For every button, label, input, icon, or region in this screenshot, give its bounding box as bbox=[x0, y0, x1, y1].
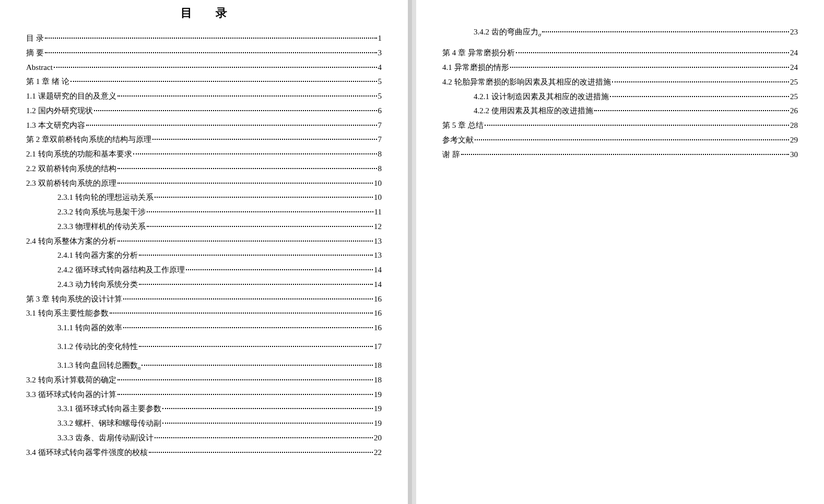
toc-page-number: 18 bbox=[374, 373, 382, 388]
toc-dots bbox=[162, 423, 373, 424]
toc-label: 4.2.2 使用因素及其相应的改进措施 bbox=[474, 104, 593, 118]
toc-label: 2.3.3 物理样机的传动关系 bbox=[57, 220, 146, 234]
toc-label: 2.1 转向系统的功能和基本要求 bbox=[26, 147, 132, 162]
toc-page-number: 26 bbox=[790, 104, 798, 118]
page-left: 目 录 目 录1摘 要3Abstract4第 1 章 绪 论51.1 课题研究的… bbox=[0, 0, 412, 504]
toc-label: 3.4 循环球式转向器零件强度的校核 bbox=[26, 446, 148, 460]
toc-entry: 3.4.2 齿的弯曲应力σ23 bbox=[474, 25, 798, 40]
toc-dots bbox=[45, 52, 377, 53]
toc-page-number: 19 bbox=[374, 402, 382, 416]
toc-dots bbox=[475, 139, 789, 140]
toc-label: 2.4.2 循环球式转向器结构及工作原理 bbox=[57, 263, 185, 278]
toc-dots bbox=[542, 31, 789, 32]
toc-entry: 2.4.2 循环球式转向器结构及工作原理14 bbox=[57, 263, 382, 278]
toc-entry: 3.1 转向系主要性能参数16 bbox=[26, 306, 382, 321]
toc-label: 3.3 循环球式转向器的计算 bbox=[26, 388, 116, 402]
toc-page-number: 30 bbox=[790, 148, 798, 162]
toc-label: 2.4.1 转向器方案的分析 bbox=[57, 248, 138, 263]
toc-subscript: n bbox=[138, 365, 141, 371]
toc-label: 1.2 国内外研究现状 bbox=[26, 104, 93, 118]
toc-dots bbox=[147, 211, 373, 212]
toc-page-number: 5 bbox=[378, 89, 382, 104]
toc-label: 2.3 双前桥转向系统的原理 bbox=[26, 176, 116, 191]
toc-dots bbox=[162, 408, 373, 409]
toc-page-number: 4 bbox=[378, 61, 382, 75]
toc-label: 3.1.2 传动比的变化特性 bbox=[57, 340, 138, 354]
toc-page-number: 16 bbox=[374, 321, 382, 335]
toc-label: 第 2 章双前桥转向系统的结构与原理 bbox=[26, 133, 151, 147]
toc-entry: 目 录1 bbox=[26, 31, 382, 46]
toc-page-number: 16 bbox=[374, 292, 382, 307]
toc-dots bbox=[155, 437, 373, 438]
toc-entry: 3.3 循环球式转向器的计算19 bbox=[26, 388, 382, 402]
toc-entry: 4.2.2 使用因素及其相应的改进措施26 bbox=[474, 104, 798, 118]
toc-page-number: 19 bbox=[374, 416, 382, 431]
toc-dots bbox=[594, 110, 789, 111]
toc-dots bbox=[485, 125, 789, 126]
toc-entry: 2.3.3 物理样机的传动关系12 bbox=[57, 220, 382, 234]
toc-label: 2.4 转向系整体方案的分析 bbox=[26, 234, 116, 249]
toc-label: 4.1 异常磨损的情形 bbox=[442, 61, 509, 75]
toc-entry: 谢 辞30 bbox=[442, 148, 798, 162]
toc-entry: 参考文献29 bbox=[442, 133, 798, 148]
toc-dots bbox=[186, 269, 373, 270]
toc-entry: 3.3.3 齿条、齿扇传动副设计20 bbox=[57, 431, 382, 446]
toc-label: 2.4.3 动力转向系统分类 bbox=[57, 278, 138, 292]
toc-dots bbox=[612, 81, 790, 82]
toc-entry: 第 3 章 转向系统的设计计算16 bbox=[26, 292, 382, 307]
toc-entry: 2.4.1 转向器方案的分析13 bbox=[57, 248, 382, 263]
toc-entry: 4.2.1 设计制造因素及其相应的改进措施25 bbox=[474, 90, 798, 104]
toc-label: 2.3.1 转向轮的理想运动关系 bbox=[57, 190, 154, 205]
toc-page-number: 10 bbox=[374, 176, 382, 191]
toc-label: 1.3 本文研究内容 bbox=[26, 118, 85, 133]
toc-label: 第 1 章 绪 论 bbox=[26, 75, 69, 89]
toc-page-number: 12 bbox=[374, 220, 382, 234]
toc-label: 3.2 转向系计算载荷的确定 bbox=[26, 373, 116, 388]
toc-label: 第 4 章 异常磨损分析 bbox=[442, 46, 515, 61]
toc-title: 目 录 bbox=[26, 5, 382, 21]
toc-dots bbox=[461, 154, 789, 155]
toc-dots bbox=[54, 67, 377, 68]
toc-label: 参考文献 bbox=[442, 133, 474, 148]
toc-page-number: 8 bbox=[378, 162, 382, 176]
toc-entry: 3.1.3 转向盘回转总圈数n18 bbox=[57, 358, 382, 373]
toc-entry: 4.2 轮胎异常磨损的影响因素及其相应的改进措施25 bbox=[442, 75, 798, 90]
toc-entry: 摘 要3 bbox=[26, 46, 382, 61]
toc-page-number: 24 bbox=[790, 46, 798, 61]
toc-dots bbox=[123, 298, 373, 299]
toc-page-number: 3 bbox=[378, 46, 382, 61]
toc-label: 3.1.1 转向器的效率 bbox=[57, 321, 122, 335]
toc-entry: 2.2 双前桥转向系统的结构8 bbox=[26, 162, 382, 176]
toc-dots bbox=[94, 110, 377, 111]
toc-dots bbox=[610, 96, 789, 97]
toc-page-number: 16 bbox=[374, 306, 382, 321]
toc-entry: 2.4.3 动力转向系统分类14 bbox=[57, 278, 382, 292]
toc-entry: 第 4 章 异常磨损分析24 bbox=[442, 46, 798, 61]
toc-page-number: 19 bbox=[374, 388, 382, 402]
toc-page-number: 13 bbox=[374, 248, 382, 263]
toc-entry: 1.2 国内外研究现状6 bbox=[26, 104, 382, 118]
toc-label: 3.1.3 转向盘回转总圈数n bbox=[57, 358, 140, 373]
toc-label: 目 录 bbox=[26, 31, 44, 46]
toc-dots bbox=[45, 38, 377, 39]
toc-label: 3.4.2 齿的弯曲应力σ bbox=[474, 25, 541, 40]
toc-label: 第 5 章 总结 bbox=[442, 118, 484, 133]
toc-label: 3.3.1 循环球式转向器主要参数 bbox=[57, 402, 161, 416]
toc-dots bbox=[117, 379, 373, 380]
toc-page-number: 14 bbox=[374, 263, 382, 278]
toc-page-number: 20 bbox=[374, 431, 382, 446]
toc-page-number: 1 bbox=[378, 31, 382, 46]
toc-entry: 4.1 异常磨损的情形24 bbox=[442, 61, 798, 75]
toc-label: 3.3.3 齿条、齿扇传动副设计 bbox=[57, 431, 154, 446]
toc-dots bbox=[510, 67, 790, 68]
toc-page-number: 23 bbox=[790, 25, 798, 40]
toc-page-number: 17 bbox=[374, 340, 382, 354]
toc-entry: 2.4 转向系整体方案的分析13 bbox=[26, 234, 382, 249]
toc-entry: 2.1 转向系统的功能和基本要求8 bbox=[26, 147, 382, 162]
toc-entry: 2.3 双前桥转向系统的原理10 bbox=[26, 176, 382, 191]
toc-left-container: 目 录1摘 要3Abstract4第 1 章 绪 论51.1 课题研究的目的及意… bbox=[26, 31, 382, 460]
toc-label: 第 3 章 转向系统的设计计算 bbox=[26, 292, 122, 307]
toc-label: Abstract bbox=[26, 61, 53, 75]
toc-dots bbox=[149, 452, 373, 453]
toc-page-number: 22 bbox=[374, 446, 382, 460]
